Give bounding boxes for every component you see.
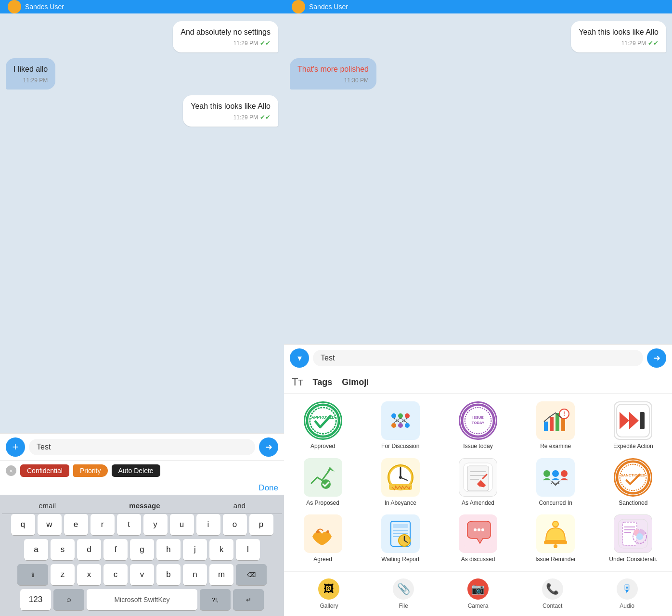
tt-icon[interactable]: Tт bbox=[292, 376, 303, 388]
gimoji-asproposed[interactable]: As Proposed bbox=[284, 454, 362, 511]
right-message-bubble-left: That's more polished 11:30 PM bbox=[290, 58, 376, 89]
key-j[interactable]: j bbox=[183, 539, 207, 560]
gimoji-issue-today[interactable]: ISSUE TODAY Issue today bbox=[439, 398, 517, 454]
file-icon: 📎 bbox=[393, 578, 414, 600]
key-numbers[interactable]: 123 bbox=[20, 589, 51, 610]
right-send-button[interactable]: ➜ bbox=[647, 348, 666, 368]
bubble-time: 11:29 PM ✔✔ bbox=[181, 39, 271, 47]
key-i[interactable]: i bbox=[196, 514, 220, 535]
right-message-input[interactable] bbox=[313, 350, 643, 366]
gimoji-sanctioned-label: Sanctioned bbox=[619, 500, 647, 507]
media-audio[interactable]: 🎙 Audio bbox=[617, 578, 638, 609]
gimoji-abeyance[interactable]: In Abeyance bbox=[362, 454, 439, 511]
media-camera[interactable]: 📷 Camera bbox=[467, 578, 489, 609]
gimoji-grid: APPROVED Approved bbox=[284, 394, 672, 571]
gimoji-expedite[interactable]: Expedite Action bbox=[594, 398, 672, 454]
svg-rect-72 bbox=[554, 544, 557, 548]
right-input-bar: ▾ ➜ bbox=[284, 344, 672, 371]
svg-point-46 bbox=[543, 470, 550, 477]
svg-rect-3 bbox=[386, 406, 415, 435]
check-icon: ✔✔ bbox=[648, 39, 659, 47]
done-button[interactable]: Done bbox=[258, 483, 278, 493]
add-button[interactable]: + bbox=[6, 437, 25, 457]
right-message-bubble-right: Yeah this looks like Allo 11:29 PM ✔✔ bbox=[571, 21, 666, 52]
gimoji-sanctioned[interactable]: SANCTIONED Sanctioned bbox=[594, 454, 672, 511]
gimoji-waiting-icon bbox=[381, 514, 420, 553]
gimoji-agreed-label: Agreed bbox=[313, 556, 332, 564]
tag-confidential[interactable]: Confidential bbox=[20, 464, 69, 477]
svg-point-6 bbox=[405, 413, 410, 418]
keyboard: email message and q w e r t y u i o p a … bbox=[0, 495, 284, 616]
key-p[interactable]: p bbox=[249, 514, 273, 535]
tag-autodelete[interactable]: Auto Delete bbox=[112, 464, 160, 477]
key-special-chars[interactable]: ?!, bbox=[200, 589, 231, 610]
contact-label: Contact bbox=[543, 603, 562, 609]
key-z[interactable]: z bbox=[51, 564, 75, 585]
suggestion-email[interactable]: email bbox=[39, 501, 56, 510]
svg-point-13 bbox=[405, 423, 410, 428]
suggestion-message[interactable]: message bbox=[129, 501, 160, 510]
svg-rect-28 bbox=[640, 412, 645, 429]
key-m[interactable]: m bbox=[209, 564, 233, 585]
key-k[interactable]: k bbox=[209, 539, 233, 560]
key-w[interactable]: w bbox=[38, 514, 62, 535]
key-q[interactable]: q bbox=[11, 514, 35, 535]
left-message-input[interactable] bbox=[29, 439, 255, 455]
key-y[interactable]: y bbox=[143, 514, 168, 535]
key-emoji[interactable]: ☺ bbox=[53, 589, 84, 610]
tab-gimoji[interactable]: Gimoji bbox=[342, 377, 369, 387]
tg-tabs: Tт Tags Gimoji bbox=[284, 371, 672, 394]
key-s[interactable]: s bbox=[51, 539, 75, 560]
key-return[interactable]: ↵ bbox=[233, 589, 264, 610]
key-n[interactable]: n bbox=[183, 564, 207, 585]
svg-rect-71 bbox=[544, 540, 567, 544]
done-bar: Done bbox=[0, 481, 284, 495]
key-shift[interactable]: ⇧ bbox=[17, 564, 48, 585]
gimoji-amended[interactable]: As Amended bbox=[439, 454, 517, 511]
key-c[interactable]: c bbox=[103, 564, 128, 585]
key-v[interactable]: v bbox=[130, 564, 154, 585]
suggestion-and[interactable]: and bbox=[233, 501, 246, 510]
key-a[interactable]: a bbox=[24, 539, 48, 560]
key-f[interactable]: f bbox=[103, 539, 128, 560]
tag-priority[interactable]: Priority bbox=[73, 464, 108, 477]
key-b[interactable]: b bbox=[156, 564, 181, 585]
media-gallery[interactable]: 🖼 Gallery bbox=[318, 578, 339, 609]
key-r[interactable]: r bbox=[90, 514, 115, 535]
gimoji-waiting[interactable]: Waiting Report bbox=[362, 511, 439, 567]
gimoji-reminder[interactable]: Issue Reminder bbox=[517, 511, 594, 567]
bubble-time: 11:30 PM bbox=[297, 77, 369, 84]
gimoji-agreed[interactable]: Agreed bbox=[284, 511, 362, 567]
svg-point-11 bbox=[391, 423, 396, 428]
key-delete[interactable]: ⌫ bbox=[236, 564, 267, 585]
tab-tags[interactable]: Tags bbox=[313, 377, 333, 387]
left-avatar bbox=[8, 0, 21, 13]
media-contact[interactable]: 📞 Contact bbox=[542, 578, 563, 609]
key-space[interactable]: Microsoft SwiftKey bbox=[87, 589, 197, 610]
bubble-time: 11:29 PM ✔✔ bbox=[191, 114, 271, 121]
close-tags-button[interactable]: × bbox=[6, 465, 16, 476]
gallery-label: Gallery bbox=[320, 603, 338, 609]
left-send-button[interactable]: ➜ bbox=[259, 437, 278, 457]
key-g[interactable]: g bbox=[130, 539, 154, 560]
key-l[interactable]: l bbox=[236, 539, 260, 560]
key-e[interactable]: e bbox=[64, 514, 88, 535]
gimoji-discussion[interactable]: For Discussion bbox=[362, 398, 439, 454]
key-x[interactable]: x bbox=[77, 564, 101, 585]
media-file[interactable]: 📎 File bbox=[393, 578, 414, 609]
svg-rect-58 bbox=[393, 524, 408, 528]
key-d[interactable]: d bbox=[77, 539, 101, 560]
key-o[interactable]: o bbox=[223, 514, 247, 535]
key-h[interactable]: h bbox=[156, 539, 181, 560]
gimoji-issue-today-label: Issue today bbox=[463, 443, 492, 450]
dropdown-button[interactable]: ▾ bbox=[290, 348, 309, 368]
key-t[interactable]: t bbox=[117, 514, 141, 535]
camera-icon: 📷 bbox=[467, 578, 489, 600]
gimoji-concurred[interactable]: Concurred In bbox=[517, 454, 594, 511]
gimoji-consideration[interactable]: Under Considerati. bbox=[594, 511, 672, 567]
key-u[interactable]: u bbox=[170, 514, 194, 535]
gimoji-abeyance-icon bbox=[381, 458, 420, 497]
gimoji-approved[interactable]: APPROVED Approved bbox=[284, 398, 362, 454]
gimoji-discussed[interactable]: As discussed bbox=[439, 511, 517, 567]
gimoji-reexamine[interactable]: ! Re examine bbox=[517, 398, 594, 454]
